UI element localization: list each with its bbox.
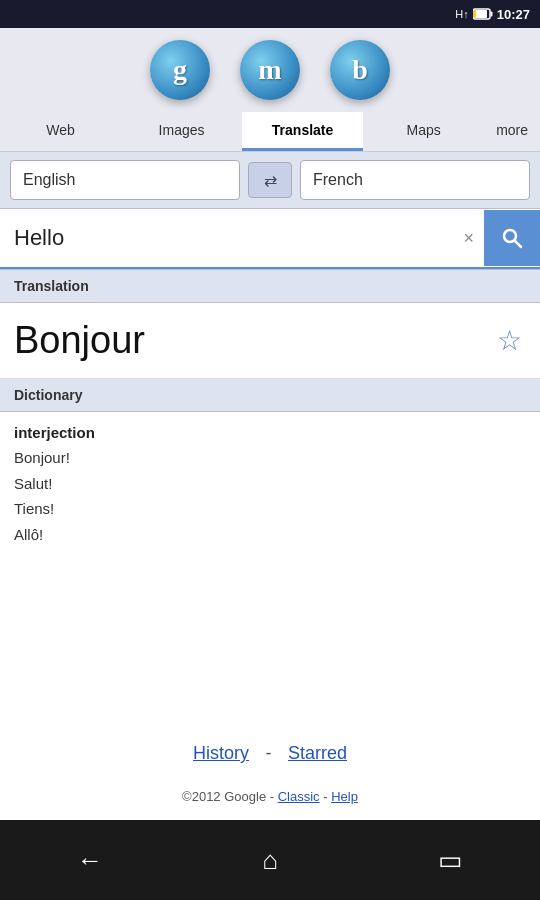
help-link[interactable]: Help	[331, 789, 358, 804]
signal-icon: H↑	[455, 8, 468, 20]
copyright-text: ©2012 Google -	[182, 789, 278, 804]
star-button[interactable]: ☆	[493, 320, 526, 361]
swap-icon: ⇄	[264, 171, 277, 190]
bottom-nav-bar: ← ⌂ ▭	[0, 820, 540, 900]
footer-links: History - Starred	[0, 727, 540, 780]
tab-translate[interactable]: Translate	[242, 112, 363, 151]
translation-result-row: Bonjour ☆	[0, 303, 540, 379]
classic-link[interactable]: Classic	[278, 789, 320, 804]
dict-word-4: Allô!	[14, 522, 526, 548]
input-area: ×	[0, 209, 540, 269]
tab-images[interactable]: Images	[121, 112, 242, 151]
translation-result-text: Bonjour	[14, 319, 145, 362]
search-button[interactable]	[484, 210, 540, 266]
tab-more[interactable]: more	[484, 112, 540, 151]
footer-copyright: ©2012 Google - Classic - Help	[0, 789, 540, 804]
svg-rect-3	[474, 10, 476, 18]
translation-input[interactable]	[0, 209, 453, 267]
translation-header: Translation	[0, 269, 540, 303]
starred-link[interactable]: Starred	[288, 743, 347, 763]
swap-languages-button[interactable]: ⇄	[248, 162, 292, 198]
home-button[interactable]: ⌂	[240, 838, 300, 882]
source-language[interactable]: English	[10, 160, 240, 200]
clear-button[interactable]: ×	[453, 218, 484, 259]
language-selector-row: English ⇄ French	[0, 152, 540, 209]
top-nav: g m b	[0, 28, 540, 112]
footer-separator: -	[265, 743, 271, 763]
dict-word-1: Bonjour!	[14, 445, 526, 471]
tab-bar: Web Images Translate Maps more	[0, 112, 540, 152]
google-bubble[interactable]: g	[150, 40, 210, 100]
target-language[interactable]: French	[300, 160, 530, 200]
svg-rect-1	[490, 12, 492, 17]
dictionary-words: Bonjour! Salut! Tiens! Allô!	[14, 445, 526, 547]
status-icons: H↑ 10:27	[455, 7, 530, 22]
svg-line-5	[515, 241, 522, 248]
search-icon	[500, 226, 524, 250]
clock-display: 10:27	[497, 7, 530, 22]
recents-button[interactable]: ▭	[420, 838, 480, 882]
part-of-speech: interjection	[14, 424, 526, 441]
dict-word-3: Tiens!	[14, 496, 526, 522]
tab-maps[interactable]: Maps	[363, 112, 484, 151]
history-link[interactable]: History	[193, 743, 249, 763]
dict-word-2: Salut!	[14, 471, 526, 497]
tab-web[interactable]: Web	[0, 112, 121, 151]
browser-bubble[interactable]: b	[330, 40, 390, 100]
status-bar: H↑ 10:27	[0, 0, 540, 28]
back-button[interactable]: ←	[60, 838, 120, 882]
maps-bubble[interactable]: m	[240, 40, 300, 100]
dash-help: -	[320, 789, 332, 804]
dictionary-content: interjection Bonjour! Salut! Tiens! Allô…	[0, 412, 540, 567]
dictionary-header: Dictionary	[0, 379, 540, 412]
battery-icon	[473, 8, 493, 20]
